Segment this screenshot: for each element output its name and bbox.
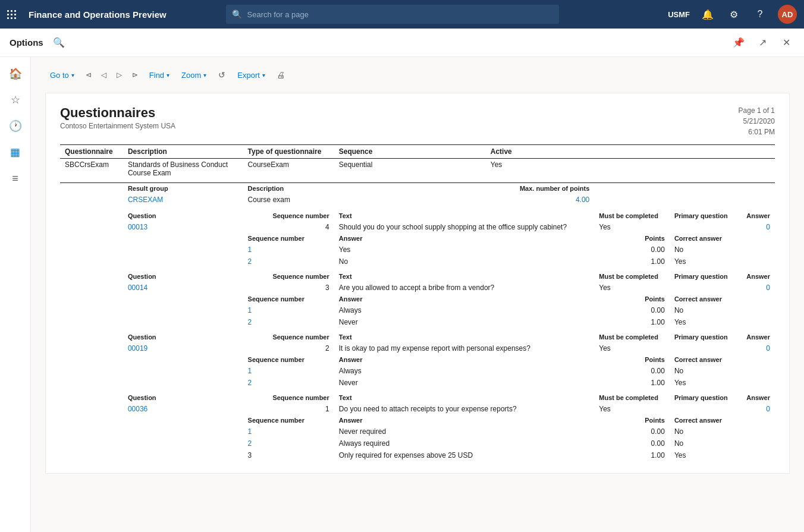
q3-answer-header-row: Sequence number Answer Points Correct an…	[60, 354, 775, 365]
report-toolbar: Go to ▾ ⊲ ◁ ▷ ⊳ Find ▾ Zoom ▾ ↺ Export ▾	[45, 67, 790, 83]
q4-answer-1: 1 Never required 0.00 No	[60, 426, 775, 437]
close-icon[interactable]: ✕	[778, 34, 794, 51]
rg-max-pts: 4.00	[334, 194, 595, 206]
help-icon[interactable]: ?	[752, 6, 768, 23]
search-input[interactable]	[226, 5, 559, 24]
q4-answer: 0	[739, 403, 775, 415]
q3-primary	[670, 342, 739, 354]
col-sequence: Sequence	[334, 145, 486, 159]
sidebar: 🏠 ☆ 🕐 ▦ ≡	[0, 57, 31, 532]
page-options-title: Options	[10, 37, 43, 48]
popout-icon[interactable]: ↗	[754, 34, 771, 51]
user-avatar[interactable]: AD	[778, 5, 797, 24]
sidebar-item-recent[interactable]: 🕐	[4, 114, 27, 138]
q1-seq: 4	[243, 221, 334, 233]
questionnaire-row: SBCCrsExam Standards of Business Conduct…	[60, 159, 775, 180]
main-content: Go to ▾ ⊲ ◁ ▷ ⊳ Find ▾ Zoom ▾ ↺ Export ▾	[31, 57, 804, 532]
notifications-icon[interactable]: 🔔	[699, 6, 716, 23]
export-chevron-icon: ▾	[262, 72, 265, 78]
rg-header-desc: Description	[243, 183, 334, 194]
questionnaire-type: CourseExam	[243, 159, 334, 180]
sidebar-item-home[interactable]: 🏠	[4, 62, 27, 86]
col-empty1	[594, 145, 670, 159]
q3-seq: 2	[243, 342, 334, 354]
table-header-row: Questionnaire Description Type of questi…	[60, 145, 775, 159]
report-date: 5/21/2020	[739, 116, 775, 127]
page-info: Page 1 of 1	[739, 105, 775, 116]
q4-primary	[670, 403, 739, 415]
app-layout: 🏠 ☆ 🕐 ▦ ≡ Go to ▾ ⊲ ◁ ▷ ⊳ Find ▾ Zoom	[0, 57, 804, 532]
q2-answer-1: 1 Always 0.00 No	[60, 304, 775, 316]
q3-id: 00019	[123, 342, 243, 354]
sidebar-item-favorites[interactable]: ☆	[4, 88, 27, 112]
questionnaire-id: SBCCrsExam	[60, 159, 123, 180]
spacer-row	[60, 206, 775, 210]
goto-button[interactable]: Go to ▾	[45, 68, 79, 82]
col-active: Active	[486, 145, 595, 159]
col-description: Description	[123, 145, 243, 159]
pin-icon[interactable]: 📌	[730, 34, 747, 51]
refresh-button[interactable]: ↺	[213, 67, 230, 83]
rg-header-id	[60, 183, 123, 194]
q4-answer-header-row: Sequence number Answer Points Correct an…	[60, 415, 775, 426]
goto-chevron-icon: ▾	[71, 72, 74, 78]
q4-text: Do you need to attach receipts to your e…	[334, 403, 595, 415]
prev-page-button[interactable]: ◁	[97, 68, 111, 82]
q2-id: 00014	[123, 282, 243, 294]
q2-must-complete: Yes	[594, 282, 670, 294]
q4-must-complete: Yes	[594, 403, 670, 415]
first-page-button[interactable]: ⊲	[81, 68, 96, 82]
q1-text: Should you do your school supply shoppin…	[334, 221, 595, 233]
next-page-button[interactable]: ▷	[112, 68, 127, 82]
options-search-icon[interactable]: 🔍	[53, 37, 65, 48]
top-nav: Finance and Operations Preview 🔍 USMF 🔔 …	[0, 0, 804, 29]
settings-icon[interactable]: ⚙	[726, 6, 742, 23]
question-row-00014: 00014 3 Are you allowed to accept a brib…	[60, 282, 775, 294]
report-title: Questionnaires	[60, 105, 175, 121]
print-button[interactable]: 🖨	[272, 67, 289, 83]
questionnaire-active: Yes	[486, 159, 595, 180]
q1-id: 00013	[123, 221, 243, 233]
q3-text: It is okay to pad my expense report with…	[334, 342, 595, 354]
result-group-row: CRSEXAM Course exam 4.00	[60, 194, 775, 206]
search-icon: 🔍	[232, 10, 242, 19]
app-title: Finance and Operations Preview	[29, 10, 167, 20]
question-row-00036: 00036 1 Do you need to attach receipts t…	[60, 403, 775, 415]
rg-id: CRSEXAM	[123, 194, 243, 206]
report-header: Questionnaires Contoso Entertainment Sys…	[60, 105, 775, 137]
sidebar-item-workspaces[interactable]: ▦	[4, 140, 27, 164]
q1-answer: 0	[739, 221, 775, 233]
q2-header-row: Question Sequence number Text Must be co…	[60, 271, 775, 282]
last-page-button[interactable]: ⊳	[128, 68, 142, 82]
q1-must-complete: Yes	[594, 221, 670, 233]
find-button[interactable]: Find ▾	[145, 68, 174, 82]
q2-primary	[670, 282, 739, 294]
second-bar: Options 🔍 📌 ↗ ✕	[0, 29, 804, 57]
export-button[interactable]: Export ▾	[233, 68, 270, 82]
report-table: Questionnaire Description Type of questi…	[60, 144, 775, 461]
report-time: 6:01 PM	[739, 127, 775, 137]
q3-answer-2: 2 Never 1.00 Yes	[60, 377, 775, 389]
top-nav-right: USMF 🔔 ⚙ ? AD	[668, 5, 797, 24]
question-row-00019: 00019 2 It is okay to pad my expense rep…	[60, 342, 775, 354]
col-empty3	[739, 145, 775, 159]
zoom-button[interactable]: Zoom ▾	[177, 68, 211, 82]
q3-must-complete: Yes	[594, 342, 670, 354]
q1-primary	[670, 221, 739, 233]
rg-desc: Course exam	[243, 194, 334, 206]
report-meta: Page 1 of 1 5/21/2020 6:01 PM	[739, 105, 775, 137]
report-subtitle: Contoso Entertainment System USA	[60, 122, 175, 130]
nav-arrows: ⊲ ◁ ▷ ⊳	[81, 68, 142, 82]
q4-seq: 1	[243, 403, 334, 415]
questionnaire-desc: Standards of Business Conduct Course Exa…	[123, 159, 243, 180]
find-chevron-icon: ▾	[167, 72, 169, 78]
sidebar-item-modules[interactable]: ≡	[4, 166, 27, 190]
nav-grid-button[interactable]	[7, 10, 19, 19]
q2-answer: 0	[739, 282, 775, 294]
q4-header-row: Question Sequence number Text Must be co…	[60, 392, 775, 403]
report-area: Questionnaires Contoso Entertainment Sys…	[45, 93, 790, 474]
q3-answer-1: 1 Always 0.00 No	[60, 365, 775, 377]
question-header-row: Question Sequence number Text Must be co…	[60, 210, 775, 221]
zoom-chevron-icon: ▾	[203, 72, 206, 78]
q4-id: 00036	[123, 403, 243, 415]
